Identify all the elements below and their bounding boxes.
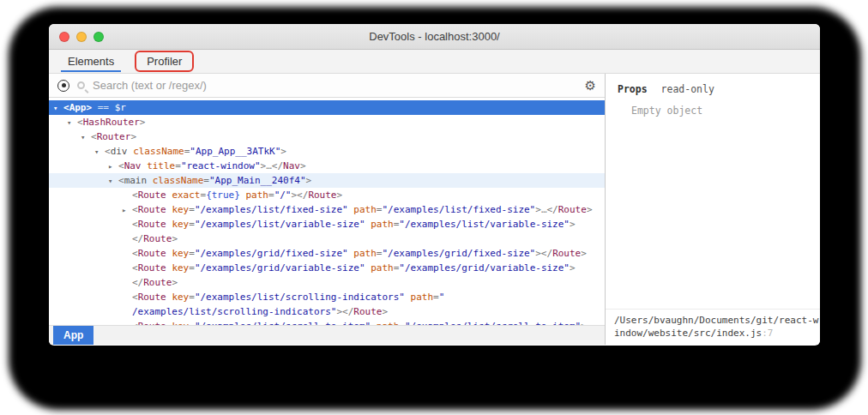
code-segment-str: "/examples/grid/fixed-size" [382,248,535,259]
tree-row[interactable]: <Route key="/examples/list/scrolling-ind… [49,290,605,304]
code-segment-str: "App_App__3ATkK" [190,146,280,157]
code-segment-br: = [189,219,195,230]
breadcrumb-bar: App [49,325,605,345]
tree-row[interactable]: </Route> [49,232,605,246]
code-segment-str: "/examples/list/fixed-size" [382,204,535,215]
source-line-separator: : [762,328,768,339]
tree-row[interactable]: <Route key="/examples/list/scroll-to-ite… [49,319,605,325]
code-segment-br: < [132,219,138,230]
code-segment-attr: path [353,248,377,259]
code-segment-br: ></ [292,189,309,201]
tree-row[interactable]: ▾<div className="App_App__3ATkK"> [49,144,605,159]
code-segment-str: "/examples/list/variable-size" [399,219,570,230]
search-icon [77,81,85,89]
code-segment-br: < [132,262,138,274]
tree-row[interactable]: /examples/list/scrolling-indicators"></R… [49,304,605,319]
code-segment-attr: path [411,292,434,303]
code-segment-str: "/examples/list/scrolling-indicators" [195,292,411,303]
expand-arrow-icon[interactable]: ▸ [122,203,132,218]
code-segment-str: "/examples/grid/variable-size" [195,262,371,274]
code-segment-br: > [570,262,576,274]
tree-row[interactable]: ▾<main className="App_Main__240f4"> [49,173,605,188]
tree-row[interactable]: <Route key="/examples/grid/variable-size… [49,261,605,275]
gear-icon[interactable]: ⚙ [585,79,596,92]
code-segment-str: "react-window" [181,160,261,171]
tree-row[interactable]: ▸<Route key="/examples/list/fixed-size" … [49,202,605,217]
expand-arrow-icon[interactable]: ▾ [94,145,105,159]
source-line-number: 7 [768,328,774,339]
code-segment-br: < [132,189,138,201]
props-panel: Props read-only Empty object /Users/bvau… [606,74,820,345]
code-segment-str: "/" [274,189,292,201]
expand-arrow-icon[interactable]: ▸ [108,159,118,174]
code-segment-br: > [172,277,178,288]
code-segment-comp: Route [558,204,587,215]
code-segment-br: > [382,306,388,317]
code-segment-comp: Route [138,248,172,259]
search-input[interactable] [93,79,577,92]
code-segment-br: > [130,131,136,142]
code-segment-attr: className [133,146,184,157]
source-location-link[interactable]: /Users/bvaughn/Documents/git/react-windo… [606,309,820,345]
code-segment-attr: path [371,219,394,230]
code-segment-br: ></ [336,306,353,317]
code-segment-br: = [189,262,195,274]
code-segment-comp: Router [97,131,131,142]
code-segment-br: > [570,219,576,230]
tree-row[interactable]: <Route exact={true} path="/"></Route> [49,188,605,202]
component-tree: ▾<App> == $r▾<HashRouter>▾<Router>▾<div … [49,98,605,325]
code-segment-attr: title [147,160,175,171]
breadcrumb-app-badge[interactable]: App [53,326,93,345]
tree-row[interactable]: <Route key="/examples/list/variable-size… [49,217,605,232]
expand-arrow-icon[interactable]: ▾ [81,130,91,145]
code-segment-comp: Route [143,233,172,244]
code-segment-br: = [268,189,274,201]
code-segment-comp: Route [552,248,581,259]
inspect-element-icon[interactable] [57,80,69,92]
screenshot-stage: DevTools - localhost:3000/ Elements Prof… [0,0,868,415]
code-segment-br: > [337,189,343,201]
code-segment-brace: {true} [206,189,240,201]
tab-elements[interactable]: Elements [57,50,124,73]
source-path: /Users/bvaughn/Documents/git/react-windo… [614,315,818,339]
code-segment-br: ></ [535,248,552,259]
tree-row[interactable]: ▾<App> == $r [49,100,605,115]
code-segment-br: </ [132,233,143,244]
expand-arrow-icon[interactable]: ▾ [67,116,77,130]
code-segment-br: = [175,160,181,171]
code-segment-attr: className [153,175,204,186]
code-segment-attr: key [172,248,189,259]
code-segment-br: </ [272,160,283,171]
tree-row[interactable]: ▸<Nav title="react-window">…</Nav> [49,159,605,173]
code-segment-br: < [132,248,138,259]
code-segment-comp: Route [138,219,172,230]
code-segment-host: div [111,146,134,157]
code-segment-br: </ [132,277,143,288]
code-segment-str: /examples/list/scrolling-indicators" [132,306,336,317]
code-segment-br: < [91,131,97,142]
window-title: DevTools - localhost:3000/ [49,24,820,49]
code-segment-attr: path [246,189,269,201]
expand-arrow-icon[interactable]: ▾ [108,174,118,189]
tree-row[interactable]: ▾<Router> [49,129,605,144]
tree-row[interactable]: <Route key="/examples/grid/fixed-size" p… [49,246,605,261]
code-segment-comp: HashRouter [83,117,140,128]
code-segment-br: > [280,146,286,157]
code-segment-br: </ [547,204,558,215]
code-segment-br: < [77,117,83,128]
code-segment-eq: == [92,102,115,113]
code-segment-br: > [140,117,146,128]
props-title: Props [618,83,648,95]
code-segment-comp: Route [138,262,172,274]
code-segment-attr: key [172,204,189,215]
title-bar: DevTools - localhost:3000/ [49,24,820,50]
devtools-window: DevTools - localhost:3000/ Elements Prof… [49,24,820,346]
tree-row[interactable]: </Route> [49,275,605,290]
code-segment-str: "/examples/list/variable-size" [195,219,371,230]
expand-arrow-icon[interactable]: ▾ [53,101,63,116]
code-segment-ell: … [266,160,272,171]
tree-row[interactable]: ▾<HashRouter> [49,115,605,129]
code-segment-br [240,189,246,201]
code-segment-str: "App_Main__240f4" [209,175,306,186]
tab-profiler[interactable]: Profiler [138,55,190,68]
